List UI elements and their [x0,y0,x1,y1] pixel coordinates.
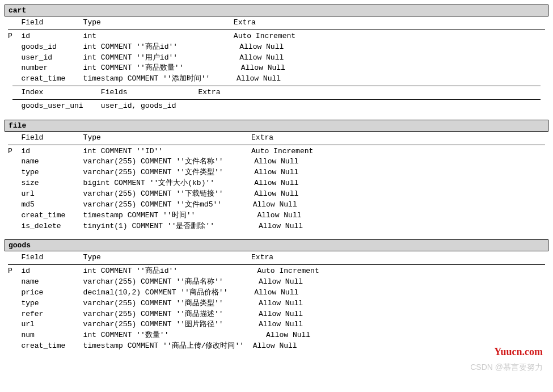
table-title-box: goods [5,239,548,251]
column-row: P id int Auto Increment [5,31,548,42]
watermark-yuucn: Yuucn.com [494,346,543,358]
column-row: is_delete tinyint(1) COMMENT ''是否删除'' Al… [5,221,548,232]
divider [8,145,545,145]
column-row: name varchar(255) COMMENT ''商品名称'' Allow… [5,277,548,288]
columns-header: Field Type Extra [5,18,548,28]
column-row: number int COMMENT ''商品数量'' Allow Null [5,63,548,74]
column-row: num int COMMENT ''数量'' Allow Null [5,330,548,341]
column-row: type varchar(255) COMMENT ''文件类型'' Allow… [5,167,548,178]
table-title-box: cart [5,5,548,16]
column-row: md5 varchar(255) COMMENT ''文件md5'' Allow… [5,200,548,210]
column-row: creat_time timestamp COMMENT ''商品上传/修改时间… [5,341,548,352]
column-row: goods_id int COMMENT ''商品id'' Allow Null [5,42,548,53]
column-row: url varchar(255) COMMENT ''下载链接'' Allow … [5,189,548,200]
table-name: file [9,121,26,130]
table-section-file: file Field Type ExtraP id int COMMENT ''… [5,120,548,232]
index-row: goods_user_uni user_id, goods_id [5,101,548,112]
table-name: goods [9,241,31,250]
index-header: Index Fields Extra [5,87,548,98]
table-section-goods: goods Field Type ExtraP id int COMMENT '… [5,239,548,352]
column-row: refer varchar(255) COMMENT ''商品描述'' Allo… [5,309,548,320]
column-row: user_id int COMMENT ''用户id'' Allow Null [5,53,548,64]
divider [12,86,541,86]
column-row: size bigint COMMENT ''文件大小(kb)'' Allow N… [5,178,548,189]
table-name: cart [9,6,26,15]
column-row: creat_time timestamp COMMENT ''时间'' Allo… [5,210,548,221]
divider [8,29,545,30]
column-row: P id int COMMENT ''ID'' Auto Increment [5,146,548,157]
columns-header: Field Type Extra [5,133,548,144]
divider [12,99,541,100]
table-section-cart: cart Field Type ExtraP id int Auto Incre… [5,5,548,112]
column-row: P id int COMMENT ''商品id'' Auto Increment [5,266,548,277]
divider [8,264,545,265]
column-row: name varchar(255) COMMENT ''文件名称'' Allow… [5,157,548,167]
column-row: url varchar(255) COMMENT ''图片路径'' Allow … [5,319,548,330]
table-title-box: file [5,120,548,132]
column-row: price decimal(10,2) COMMENT ''商品价格'' All… [5,288,548,298]
column-row: type varchar(255) COMMENT ''商品类型'' Allow… [5,298,548,309]
columns-header: Field Type Extra [5,252,548,263]
column-row: creat_time timestamp COMMENT ''添加时间'' Al… [5,74,548,85]
